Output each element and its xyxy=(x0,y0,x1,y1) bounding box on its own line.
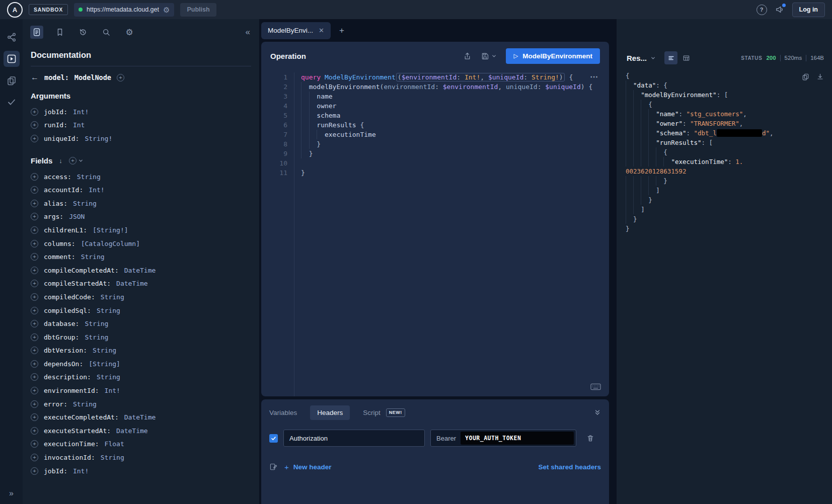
formatted-view-button[interactable] xyxy=(664,51,677,64)
add-argument-icon[interactable]: + xyxy=(31,108,38,116)
editor-overflow-menu[interactable]: ⋯ xyxy=(590,72,599,81)
auth-token-field[interactable]: YOUR_AUTH_TOKEN xyxy=(461,432,574,445)
add-field-icon[interactable]: + xyxy=(31,267,38,274)
endpoint-url-input[interactable]: https://metadata.cloud.get ⚙ xyxy=(74,3,174,17)
add-field-icon[interactable]: + xyxy=(31,454,38,461)
download-response-button[interactable] xyxy=(816,73,824,80)
field-type[interactable]: [String] xyxy=(89,360,120,368)
argument-type[interactable]: Int xyxy=(73,121,85,129)
collapse-request-panel-button[interactable] xyxy=(594,409,601,416)
rail-checklist-button[interactable] xyxy=(4,94,20,110)
field-type[interactable]: String xyxy=(101,293,124,301)
sort-fields-icon[interactable]: ↓ xyxy=(59,157,62,164)
field-row[interactable]: +compiledSql:String xyxy=(31,304,251,317)
login-button[interactable]: Log in xyxy=(792,3,825,17)
collapse-docs-panel-button[interactable]: « xyxy=(246,27,250,37)
field-type[interactable]: String xyxy=(77,173,101,181)
field-type[interactable]: String xyxy=(73,200,97,207)
add-argument-icon[interactable]: + xyxy=(31,135,38,142)
new-header-button[interactable]: + New header xyxy=(284,463,332,471)
endpoint-settings-gear-icon[interactable]: ⚙ xyxy=(163,6,170,14)
rail-expand-button[interactable]: » xyxy=(9,489,14,498)
field-row[interactable]: +args:JSON xyxy=(31,210,251,224)
field-type[interactable]: Int! xyxy=(105,387,120,394)
add-field-icon[interactable]: + xyxy=(31,387,38,394)
field-row[interactable]: +executeStartedAt:DateTime xyxy=(31,424,251,438)
add-field-icon[interactable]: + xyxy=(31,413,38,421)
tab-variables[interactable]: Variables xyxy=(269,409,297,416)
field-type[interactable]: String xyxy=(85,333,108,341)
publish-button[interactable]: Publish xyxy=(180,3,216,17)
add-field-icon[interactable]: + xyxy=(31,427,38,435)
field-type[interactable]: Float xyxy=(105,440,124,448)
add-field-icon[interactable]: + xyxy=(31,333,38,341)
field-type[interactable]: Int! xyxy=(73,467,89,475)
response-body[interactable]: { "data": { "modelByEnvironment": [ { "n… xyxy=(617,71,832,233)
add-all-fields-icon[interactable]: + xyxy=(117,74,124,81)
share-operation-button[interactable] xyxy=(463,52,472,60)
field-row[interactable]: +database:String xyxy=(31,317,251,330)
rail-explorer-button[interactable] xyxy=(4,51,20,67)
field-row[interactable]: +executeCompletedAt:DateTime xyxy=(31,410,251,424)
add-field-icon[interactable]: + xyxy=(31,186,38,194)
field-row[interactable]: +executionTime:Float xyxy=(31,438,251,451)
edit-headers-raw-button[interactable] xyxy=(269,463,277,471)
argument-row[interactable]: +runId:Int xyxy=(31,119,251,132)
delete-header-button[interactable] xyxy=(586,434,594,442)
docs-tab-button[interactable] xyxy=(30,26,43,39)
field-type[interactable]: String xyxy=(85,320,108,327)
add-fields-dropdown[interactable]: + xyxy=(69,157,84,164)
explorer-settings-button[interactable]: ⚙ xyxy=(123,26,136,39)
search-button[interactable] xyxy=(100,26,113,39)
add-field-icon[interactable]: + xyxy=(31,440,38,448)
field-row[interactable]: +comment:String xyxy=(31,250,251,264)
add-field-icon[interactable]: + xyxy=(31,373,38,381)
field-type[interactable]: [String!] xyxy=(93,226,128,234)
field-type[interactable]: String xyxy=(101,454,124,461)
field-row[interactable]: +environmentId:Int! xyxy=(31,384,251,397)
add-field-icon[interactable]: + xyxy=(31,240,38,247)
add-field-icon[interactable]: + xyxy=(31,200,38,207)
field-type[interactable]: DateTime xyxy=(124,413,156,421)
rail-collections-button[interactable] xyxy=(4,72,20,89)
add-field-icon[interactable]: + xyxy=(31,400,38,408)
field-row[interactable]: +error:String xyxy=(31,397,251,411)
run-operation-button[interactable]: ▷ ModelByEnvironment xyxy=(506,48,600,64)
query-editor[interactable]: 1234567891011 query ModelByEnvironment($… xyxy=(261,70,609,396)
field-row[interactable]: +compiledCode:String xyxy=(31,290,251,304)
add-field-icon[interactable]: + xyxy=(31,280,38,287)
rail-schema-button[interactable] xyxy=(4,29,20,45)
response-title-dropdown[interactable]: Res... xyxy=(627,54,656,62)
keyboard-shortcuts-button[interactable] xyxy=(590,383,601,390)
add-field-icon[interactable]: + xyxy=(31,173,38,181)
add-field-icon[interactable]: + xyxy=(31,253,38,261)
field-type[interactable]: DateTime xyxy=(116,427,148,435)
field-row[interactable]: +access:String xyxy=(31,170,251,184)
field-type[interactable]: String xyxy=(73,400,97,408)
tab-script[interactable]: Script xyxy=(363,409,381,416)
field-type[interactable]: DateTime xyxy=(116,280,148,287)
add-argument-icon[interactable]: + xyxy=(31,121,38,129)
add-field-icon[interactable]: + xyxy=(31,347,38,354)
argument-row[interactable]: +uniqueId:String! xyxy=(31,132,251,145)
field-row[interactable]: +childrenL1:[String!] xyxy=(31,223,251,237)
operation-tab[interactable]: ModelByEnvi... ✕ xyxy=(261,22,331,39)
history-button[interactable] xyxy=(77,26,90,39)
announcements-button[interactable] xyxy=(775,5,784,14)
add-field-icon[interactable]: + xyxy=(31,320,38,327)
saved-operations-button[interactable] xyxy=(53,26,66,39)
set-shared-headers-link[interactable]: Set shared headers xyxy=(538,463,601,471)
breadcrumb-type-link[interactable]: ModelNode xyxy=(74,73,111,81)
header-enabled-checkbox[interactable] xyxy=(269,434,278,443)
copy-response-button[interactable] xyxy=(802,73,809,80)
add-field-icon[interactable]: + xyxy=(31,467,38,475)
argument-row[interactable]: +jobId:Int! xyxy=(31,105,251,119)
field-type[interactable]: Int! xyxy=(89,186,104,194)
add-field-icon[interactable]: + xyxy=(31,213,38,220)
field-row[interactable]: +compileCompletedAt:DateTime xyxy=(31,264,251,277)
field-row[interactable]: +description:String xyxy=(31,371,251,384)
tab-headers[interactable]: Headers xyxy=(310,405,350,420)
add-field-icon[interactable]: + xyxy=(31,307,38,314)
argument-type[interactable]: Int! xyxy=(73,108,89,116)
field-type[interactable]: DateTime xyxy=(124,267,156,274)
